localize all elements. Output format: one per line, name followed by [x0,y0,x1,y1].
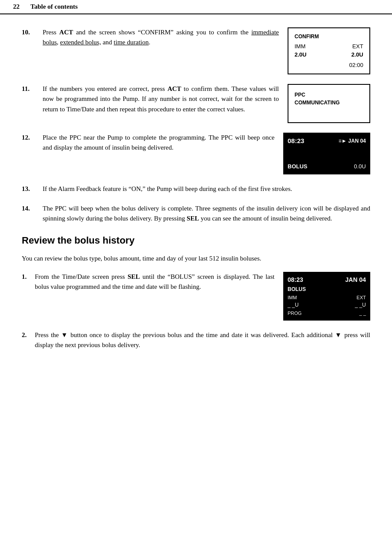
confirm-row1: IMM EXT [295,42,363,51]
list-item-14: 14. The PPC will beep when the bolus del… [22,204,370,224]
item-content-12: Place the PPC near the Pump to complete … [43,133,370,174]
item-number-10: 10. [22,27,43,37]
item-number-14: 14. [22,204,43,214]
screen-ppc-11: PPC COMMUNICATING [288,84,370,123]
bolus-prog-label: PROG [288,310,302,317]
item-row-14: 14. The PPC will beep when the bolus del… [22,204,370,224]
comm-label: COMMUNICATING [295,99,363,107]
bolus-sub-row: IMM EXT [288,294,366,301]
bolus-ext-label: EXT [357,294,366,301]
pump-bolus-val: 0.0U [354,162,366,171]
step-row-1: From the Time/Date screen press SEL unti… [35,272,370,321]
item-text-10: Press ACT and the screen shows “CONFIRM”… [43,27,279,48]
pump-bottom-row: BOLUS 0.0U [288,162,366,171]
imm-val: 2.0U [295,50,306,59]
section-step-2: 2. Press the ▼ button once to display th… [22,330,370,351]
item-number-13: 13. [22,184,43,194]
confirm-label: CONFIRM [295,33,363,40]
page-header: 22 Table of contents [0,0,392,14]
bolus-header: BOLUS [288,285,366,293]
bolus-top-row: 08:23 JAN 04 [288,275,366,284]
ppc-label: PPC [295,91,363,99]
pump-bolus-label: BOLUS [288,162,308,171]
page-number: 22 [13,2,30,12]
bolus-imm-val: _ _U [288,301,298,309]
screen-bolus-1: 08:23 JAN 04 BOLUS IMM EXT _ _U _ _U PRO… [283,272,370,321]
item-content-13: If the Alarm Feedback feature is “ON,” t… [43,184,370,194]
item-content-11: If the numbers you entered are correct, … [43,84,370,123]
section-intro: You can review the bolus type, bolus amo… [22,254,370,264]
bolus-prog-row: PROG _ _ [288,310,366,317]
list-item-13: 13. If the Alarm Feedback feature is “ON… [22,184,370,194]
bolus-imm-label: IMM [288,294,297,301]
item-text-11: If the numbers you entered are correct, … [43,84,279,114]
item-number-12: 12. [22,133,43,143]
step-number-1: 1. [22,272,35,282]
item-row-10: Press ACT and the screen shows “CONFIRM”… [43,27,370,75]
time-val: 02:00 [349,62,363,68]
item-row-12: Place the PPC near the Pump to complete … [43,133,370,174]
bolus-date: JAN 04 [345,275,366,284]
list-item-12: 12. Place the PPC near the Pump to compl… [22,133,370,174]
ext-label: EXT [352,42,363,51]
confirm-row2: 2.0U 2.0U [295,50,363,59]
pump-icons: ≡► JAN 04 [338,137,366,145]
screen-confirm-10: CONFIRM IMM EXT 2.0U 2.0U 02:00 [288,27,370,75]
screen-pump-12: 08:23 ≡► JAN 04 BOLUS 0.0U [283,133,370,174]
section-step-1: 1. From the Time/Date screen press SEL u… [22,272,370,321]
bolus-prog-val: _ _ [359,310,366,317]
bolus-val-row: _ _U _ _U [288,301,366,309]
page-body: 10. Press ACT and the screen shows “CONF… [0,14,392,373]
list-item-11: 11. If the numbers you entered are corre… [22,84,370,123]
pump-top-row: 08:23 ≡► JAN 04 [288,136,366,146]
pump-spacer [288,150,366,159]
pump-time: 08:23 [288,136,304,146]
step-text-2: Press the ▼ button once to display the p… [35,330,370,351]
bolus-ext-val: _ _U [355,301,366,309]
item-text-12: Place the PPC near the Pump to complete … [43,133,275,153]
section-heading: Review the bolus history [22,233,370,247]
header-title: Table of contents [30,2,78,12]
item-content-10: Press ACT and the screen shows “CONFIRM”… [43,27,370,75]
bolus-time: 08:23 [288,275,303,284]
item-row-11: If the numbers you entered are correct, … [43,84,370,123]
step-content-1: From the Time/Date screen press SEL unti… [35,272,370,321]
imm-label: IMM [295,42,305,51]
item-number-11: 11. [22,84,43,94]
ext-val: 2.0U [352,50,363,59]
item-text-13: If the Alarm Feedback feature is “ON,” t… [43,184,370,194]
step-number-2: 2. [22,330,35,340]
item-text-14: The PPC will beep when the bolus deliver… [43,204,370,224]
time-val-row: 02:00 [295,61,363,70]
list-item-10: 10. Press ACT and the screen shows “CONF… [22,27,370,75]
step-text-1: From the Time/Date screen press SEL unti… [35,272,275,292]
